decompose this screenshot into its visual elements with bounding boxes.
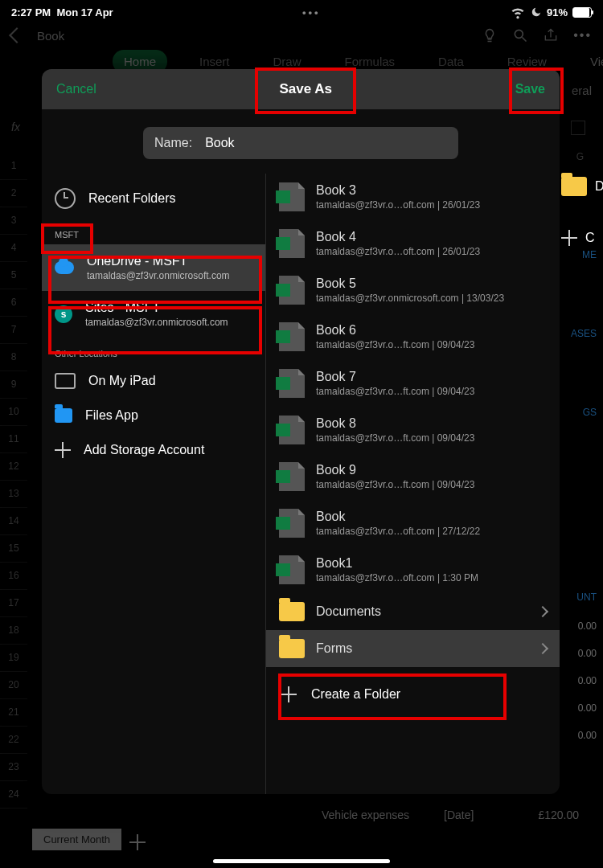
excel-file-icon [279, 369, 305, 398]
recent-folders[interactable]: Recent Folders [42, 178, 265, 219]
file-row[interactable]: Book 9tamaldas@zf3vr.o…ft.com | 09/04/23 [266, 453, 560, 500]
chevron-right-icon [537, 606, 548, 617]
wifi-icon [510, 4, 526, 20]
bg-hint: ME [571, 249, 597, 328]
excel-file-icon [279, 462, 305, 491]
file-row[interactable]: Book 6tamaldas@zf3vr.o…ft.com | 09/04/23 [266, 313, 560, 360]
account-section-header: MSFT [42, 219, 265, 244]
excel-file-icon [279, 229, 305, 258]
file-name: Book1 [316, 556, 478, 571]
filename-input[interactable] [203, 135, 447, 151]
status-time: 2:27 PM [11, 6, 51, 18]
cancel-button[interactable]: Cancel [56, 82, 96, 96]
create-folder-label: Create a Folder [311, 687, 400, 702]
plus-icon [281, 686, 297, 702]
file-meta: tamaldas@zf3vr.o…ft.com | 09/04/23 [316, 386, 474, 397]
folder-name: Forms [316, 641, 352, 656]
recent-folders-label: Recent Folders [88, 191, 176, 206]
folder-row[interactable]: Documents [266, 593, 560, 630]
sharepoint-icon: s [55, 305, 72, 323]
file-row[interactable]: Book 8tamaldas@zf3vr.o…ft.com | 09/04/23 [266, 407, 560, 453]
format-general: eral [572, 84, 592, 97]
chevron-right-icon [537, 643, 548, 654]
file-meta: tamaldas@zf3vr.o…oft.com | 1:30 PM [316, 572, 478, 583]
home-indicator[interactable] [213, 859, 390, 863]
onedrive-icon [55, 261, 74, 274]
bg-hint: UNT [571, 592, 597, 620]
file-meta: tamaldas@zf3vr.onmicrosoft.com | 13/03/2… [316, 293, 504, 304]
bg-vehicle: Vehicle expenses [322, 809, 409, 821]
tab-view[interactable]: View [579, 50, 603, 73]
folder-icon [279, 639, 305, 658]
dropdown-icon[interactable] [571, 121, 585, 135]
file-row[interactable]: Book 3tamaldas@zf3vr.o…oft.com | 26/01/2… [266, 174, 560, 220]
file-row[interactable]: Booktamaldas@zf3vr.o…oft.com | 27/12/22 [266, 500, 560, 547]
row-headers: 123456789101112131415161718192021222324 [0, 153, 27, 809]
moon-icon [531, 6, 542, 18]
add-storage-label: Add Storage Account [84, 443, 204, 457]
file-name: Book 7 [316, 370, 474, 384]
drive-folder-d[interactable]: D [555, 161, 603, 212]
search-icon[interactable] [512, 27, 528, 43]
save-as-dialog: Cancel Save As Save Name: Recent Folders… [42, 69, 560, 794]
formula-bar-label: fx [11, 121, 20, 133]
lightbulb-icon[interactable] [482, 27, 498, 43]
more-icon[interactable]: ••• [573, 28, 592, 43]
save-button[interactable]: Save [515, 82, 545, 96]
location-sites[interactable]: s Sites - MSFT tamaldas@zf3vr.onmicrosof… [42, 291, 265, 338]
file-name: Book 9 [316, 463, 474, 477]
add-storage-account[interactable]: Add Storage Account [42, 432, 265, 468]
bg-hint: 0.00 [571, 730, 597, 757]
file-meta: tamaldas@zf3vr.o…oft.com | 26/01/23 [316, 246, 480, 257]
folder-row[interactable]: Forms [266, 630, 560, 667]
excel-file-icon [279, 182, 305, 211]
sites-title: Sites - MSFT [85, 301, 228, 315]
location-on-my-ipad[interactable]: On My iPad [42, 363, 265, 399]
location-files-app[interactable]: Files App [42, 399, 265, 432]
excel-file-icon [279, 416, 305, 444]
location-onedrive[interactable]: OneDrive - MSFT tamaldas@zf3vr.onmicroso… [42, 244, 265, 291]
filename-field[interactable]: Name: [143, 127, 458, 159]
back-icon[interactable] [9, 27, 25, 43]
bg-hint: 0.00 [571, 675, 597, 702]
excel-file-icon [279, 555, 305, 584]
file-meta: tamaldas@zf3vr.o…oft.com | 27/12/22 [316, 526, 480, 537]
svg-point-0 [515, 30, 523, 38]
file-name: Book [316, 510, 480, 524]
document-title: Book [37, 29, 64, 43]
locations-sidebar: Recent Folders MSFT OneDrive - MSFT tama… [42, 174, 266, 794]
folder-name: Documents [316, 604, 381, 619]
file-meta: tamaldas@zf3vr.o…ft.com | 09/04/23 [316, 432, 474, 444]
on-my-ipad-label: On My iPad [88, 374, 156, 388]
create-folder-button[interactable]: Create a Folder [266, 667, 560, 722]
bg-date: [Date] [444, 809, 474, 821]
file-name: Book 3 [316, 183, 480, 198]
multitask-dots[interactable]: ••• [113, 6, 510, 18]
clock-icon [55, 188, 76, 209]
drive-c-label: C [585, 231, 595, 245]
sheet-tab-current[interactable]: Current Month [32, 829, 121, 850]
battery-icon [572, 7, 592, 18]
excel-file-icon [279, 276, 305, 305]
battery-percent: 91% [547, 6, 568, 18]
svg-line-1 [523, 38, 527, 42]
bg-hint: GS [571, 407, 597, 592]
file-list: Book 3tamaldas@zf3vr.o…oft.com | 26/01/2… [266, 174, 560, 794]
bg-hint: ASES [571, 328, 597, 407]
file-row[interactable]: Book 4tamaldas@zf3vr.o…oft.com | 26/01/2… [266, 220, 560, 267]
file-row[interactable]: Book 7tamaldas@zf3vr.o…ft.com | 09/04/23 [266, 360, 560, 407]
file-meta: tamaldas@zf3vr.o…oft.com | 26/01/23 [316, 199, 480, 211]
plus-icon [55, 442, 71, 458]
share-icon[interactable] [543, 27, 559, 43]
folder-icon [279, 602, 305, 621]
file-row[interactable]: Book 5tamaldas@zf3vr.onmicrosoft.com | 1… [266, 267, 560, 313]
add-sheet-icon[interactable] [129, 834, 141, 845]
file-name: Book 4 [316, 230, 480, 244]
bg-hint: 0.00 [571, 620, 597, 648]
ipad-icon [55, 373, 76, 389]
bg-hint: 0.00 [571, 702, 597, 730]
file-name: Book 6 [316, 323, 474, 338]
bg-hint: 0.00 [571, 648, 597, 675]
file-row[interactable]: Book1tamaldas@zf3vr.o…oft.com | 1:30 PM [266, 547, 560, 593]
other-locations-header: Other Locations [42, 338, 265, 363]
